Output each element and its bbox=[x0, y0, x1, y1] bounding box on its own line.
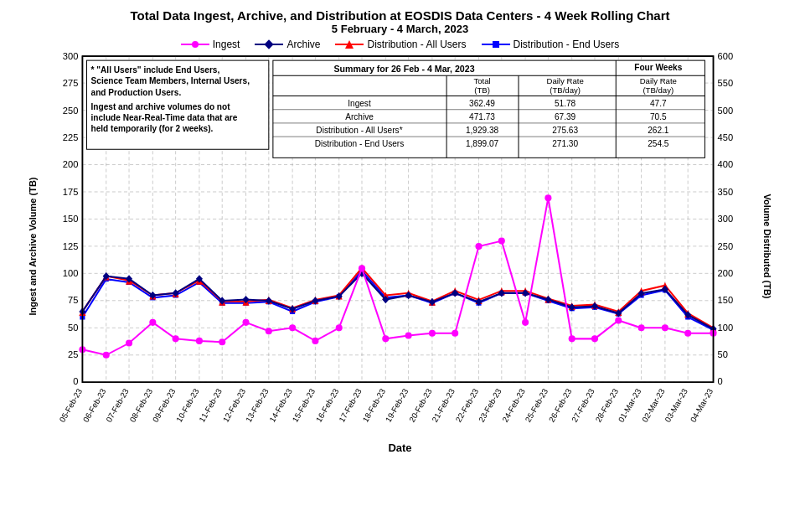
svg-text:150: 150 bbox=[718, 295, 734, 305]
svg-text:19-Feb-23: 19-Feb-23 bbox=[384, 387, 410, 424]
y-axis-left-label-container: Ingest and Archive Volume (TB) bbox=[17, 52, 49, 442]
svg-text:271.30: 271.30 bbox=[552, 139, 578, 148]
svg-point-213 bbox=[684, 330, 691, 337]
svg-text:(TB/day): (TB/day) bbox=[643, 85, 674, 95]
legend-dist-all-label: Distribution - All Users bbox=[367, 39, 466, 50]
svg-text:300: 300 bbox=[718, 214, 734, 224]
svg-text:75: 75 bbox=[68, 295, 78, 305]
svg-text:50: 50 bbox=[718, 349, 728, 359]
svg-text:27-Feb-23: 27-Feb-23 bbox=[570, 387, 596, 424]
svg-rect-3 bbox=[265, 39, 274, 49]
svg-text:600: 600 bbox=[718, 52, 734, 61]
chart-svg-container: 0 25 50 75 100 125 150 175 200 225 250 2… bbox=[49, 52, 751, 442]
legend-ingest-label: Ingest bbox=[213, 39, 240, 50]
svg-text:include Near-Real-Time data th: include Near-Real-Time data that are bbox=[91, 113, 238, 122]
svg-text:11-Feb-23: 11-Feb-23 bbox=[197, 387, 224, 424]
svg-text:0: 0 bbox=[73, 376, 78, 386]
svg-text:262.1: 262.1 bbox=[648, 126, 669, 135]
svg-point-188 bbox=[103, 352, 110, 359]
y-axis-left-label: Ingest and Archive Volume (TB) bbox=[28, 178, 38, 316]
svg-text:09-Feb-23: 09-Feb-23 bbox=[151, 387, 178, 424]
svg-text:250: 250 bbox=[718, 241, 734, 251]
svg-point-210 bbox=[615, 317, 622, 323]
svg-point-212 bbox=[662, 324, 668, 331]
svg-text:Four Weeks: Four Weeks bbox=[634, 63, 682, 72]
legend-ingest: Ingest bbox=[181, 39, 240, 50]
title-section: Total Data Ingest, Archive, and Distribu… bbox=[17, 8, 783, 35]
svg-text:350: 350 bbox=[718, 187, 734, 197]
legend-ingest-icon bbox=[181, 39, 209, 50]
svg-text:and Production Users.: and Production Users. bbox=[91, 88, 182, 97]
svg-text:275.63: 275.63 bbox=[552, 126, 578, 135]
svg-point-198 bbox=[336, 324, 343, 331]
svg-text:362.49: 362.49 bbox=[469, 99, 495, 108]
svg-text:Ingest and archive volumes do : Ingest and archive volumes do not bbox=[91, 102, 231, 111]
legend-dist-end: Distribution - End Users bbox=[482, 39, 620, 50]
svg-point-203 bbox=[452, 330, 458, 337]
chart-container: Total Data Ingest, Archive, and Distribu… bbox=[0, 0, 800, 532]
svg-text:1,929.38: 1,929.38 bbox=[466, 126, 499, 135]
legend-dist-end-icon bbox=[482, 39, 510, 50]
svg-text:Distribution - End Users: Distribution - End Users bbox=[315, 139, 405, 148]
svg-text:held temporarily (for 2 weeks): held temporarily (for 2 weeks). bbox=[91, 124, 214, 133]
legend-archive-icon bbox=[255, 39, 283, 50]
svg-text:04-Mar-23: 04-Mar-23 bbox=[689, 387, 715, 424]
svg-point-209 bbox=[591, 335, 598, 342]
svg-rect-7 bbox=[493, 41, 499, 48]
svg-text:400: 400 bbox=[718, 159, 734, 169]
svg-text:13-Feb-23: 13-Feb-23 bbox=[244, 387, 271, 424]
svg-text:03-Mar-23: 03-Mar-23 bbox=[663, 387, 689, 424]
svg-text:05-Feb-23: 05-Feb-23 bbox=[58, 387, 85, 424]
svg-point-191 bbox=[173, 335, 179, 342]
svg-text:Summary for 26 Feb - 4 Mar, 20: Summary for 26 Feb - 4 Mar, 2023 bbox=[334, 64, 475, 74]
svg-text:(TB): (TB) bbox=[474, 85, 490, 95]
svg-point-197 bbox=[312, 338, 318, 344]
svg-text:225: 225 bbox=[63, 132, 79, 142]
sub-title: 5 February - 4 March, 2023 bbox=[17, 23, 783, 35]
legend-dist-end-label: Distribution - End Users bbox=[514, 39, 620, 50]
svg-text:0: 0 bbox=[718, 376, 723, 386]
svg-point-204 bbox=[475, 243, 482, 250]
svg-point-201 bbox=[405, 332, 412, 338]
svg-point-194 bbox=[242, 319, 249, 326]
svg-text:1,899.07: 1,899.07 bbox=[466, 139, 499, 148]
svg-text:125: 125 bbox=[63, 241, 79, 251]
svg-text:Distribution - All Users*: Distribution - All Users* bbox=[316, 126, 402, 135]
svg-point-193 bbox=[219, 338, 225, 345]
svg-point-202 bbox=[429, 330, 436, 337]
svg-text:550: 550 bbox=[718, 78, 734, 88]
svg-text:254.5: 254.5 bbox=[648, 139, 669, 148]
svg-text:25-Feb-23: 25-Feb-23 bbox=[523, 387, 550, 424]
svg-text:200: 200 bbox=[718, 268, 734, 278]
svg-text:Ingest: Ingest bbox=[348, 99, 371, 108]
svg-point-208 bbox=[569, 335, 575, 342]
legend-archive-label: Archive bbox=[286, 39, 320, 50]
svg-text:300: 300 bbox=[63, 52, 79, 61]
svg-point-200 bbox=[382, 335, 389, 342]
svg-text:15-Feb-23: 15-Feb-23 bbox=[290, 387, 317, 424]
x-axis-label: Date bbox=[17, 442, 783, 454]
svg-text:150: 150 bbox=[63, 214, 79, 224]
svg-point-195 bbox=[266, 328, 272, 334]
svg-text:21-Feb-23: 21-Feb-23 bbox=[430, 387, 457, 424]
svg-point-211 bbox=[638, 324, 645, 331]
svg-point-207 bbox=[545, 194, 551, 201]
svg-point-192 bbox=[196, 338, 203, 344]
svg-text:275: 275 bbox=[63, 78, 79, 88]
svg-text:17-Feb-23: 17-Feb-23 bbox=[337, 387, 364, 424]
svg-text:450: 450 bbox=[718, 132, 734, 142]
svg-text:(TB/day): (TB/day) bbox=[550, 85, 581, 95]
svg-point-196 bbox=[289, 324, 296, 331]
svg-text:50: 50 bbox=[68, 323, 78, 333]
svg-text:175: 175 bbox=[63, 187, 79, 197]
main-chart-svg: 0 25 50 75 100 125 150 175 200 225 250 2… bbox=[49, 52, 751, 442]
legend-dist-all-icon bbox=[335, 39, 364, 50]
svg-point-1 bbox=[192, 41, 199, 48]
legend-row: Ingest Archive Distribution - All Users … bbox=[17, 39, 783, 50]
svg-point-190 bbox=[149, 319, 156, 326]
svg-text:47.7: 47.7 bbox=[650, 99, 667, 108]
svg-text:25: 25 bbox=[68, 349, 78, 359]
svg-text:500: 500 bbox=[718, 106, 734, 116]
legend-archive: Archive bbox=[255, 39, 320, 50]
svg-text:250: 250 bbox=[63, 106, 79, 116]
